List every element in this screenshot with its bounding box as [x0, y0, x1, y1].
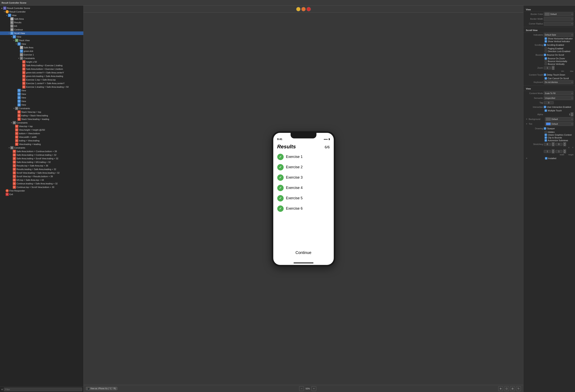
- tree-item-f8[interactable]: ⊡Scroll View.top = Results.bottom + 39: [0, 175, 83, 178]
- stretching-up[interactable]: ▲: [552, 142, 554, 144]
- tree-item-constraints2[interactable]: ▼⊡Constraints: [0, 107, 83, 110]
- zoom-button[interactable]: [301, 7, 306, 11]
- filter-input[interactable]: [4, 388, 82, 391]
- tree-item-view3[interactable]: ▼VView: [0, 42, 83, 46]
- stretching-y-input[interactable]: [555, 143, 562, 146]
- tree-arrow-constraints4[interactable]: ▼: [8, 147, 10, 149]
- tree-item-f9[interactable]: ⊡6/6.top = Safe Area.top + 44: [0, 178, 83, 182]
- tree-item-results[interactable]: LResults: [0, 21, 83, 24]
- multiple-touch-checkbox[interactable]: [545, 109, 547, 112]
- tree-item-f1[interactable]: ⊡Safe Area.bottom = Continue.bottom + 39: [0, 149, 83, 153]
- opaque-checkbox[interactable]: [544, 127, 546, 130]
- zoom-value-input[interactable]: [544, 66, 551, 69]
- keyboard-dropdown[interactable]: Do not dismiss ▾: [544, 80, 574, 84]
- can-cancel-checkbox[interactable]: [545, 77, 547, 79]
- device-selector[interactable]: 📱 View as: iPhone Xs (⌃C ⌃R): [86, 387, 117, 390]
- semantic-dropdown[interactable]: Unspecified ▾: [544, 96, 574, 100]
- tree-item-view6[interactable]: VView: [0, 96, 83, 99]
- tree-arrow-constraints2[interactable]: ▼: [13, 108, 15, 109]
- layout-toggle[interactable]: ⊡: [504, 386, 509, 391]
- hidden-checkbox[interactable]: [545, 131, 547, 133]
- tree-item-e2[interactable]: ⊡View.height = height @250: [0, 128, 83, 132]
- tree-arrow-scene[interactable]: ▶: [1, 7, 3, 9]
- tree-item-c4[interactable]: ⊡green-tick.centerY = Safe Area.centerY: [0, 71, 83, 74]
- tree-item-f7[interactable]: ⊡Scroll View.leading = Safe Area.leading…: [0, 171, 83, 175]
- safe-area-toggle[interactable]: ⊕: [498, 386, 503, 391]
- tree-item-c6[interactable]: ⊡Exercise 1.top = Safe Area.top: [0, 78, 83, 81]
- show-horizontal-indicator-checkbox[interactable]: [545, 37, 547, 40]
- tree-arrow-scroll-view[interactable]: ▼: [8, 32, 10, 34]
- tree-item-e3[interactable]: ⊡bottom = View.bottom: [0, 132, 83, 135]
- scrolling-enabled-checkbox[interactable]: [544, 44, 546, 46]
- tree-item-safe-area[interactable]: SSafe Area: [0, 17, 83, 21]
- bounce-on-zoom-checkbox[interactable]: [545, 57, 547, 60]
- tree-arrow-view3[interactable]: ▼: [15, 43, 18, 45]
- tree-item-f10[interactable]: ⊡Continue.leading = Safe Area.leading + …: [0, 182, 83, 185]
- bounce-on-scroll-checkbox[interactable]: [544, 54, 546, 56]
- tree-arrow-controller[interactable]: ▼: [3, 11, 6, 13]
- stretching-down2[interactable]: ▼: [563, 144, 566, 146]
- tint-plus[interactable]: +: [525, 122, 528, 125]
- indicators-dropdown[interactable]: Default Style ▾: [544, 33, 574, 37]
- close-button[interactable]: [307, 7, 311, 11]
- tree-item-d1[interactable]: ⊡Stack View.top = top: [0, 110, 83, 114]
- installed-checkbox[interactable]: [545, 157, 547, 160]
- tag-input[interactable]: [544, 101, 554, 104]
- stretching-h-input[interactable]: [555, 150, 562, 153]
- tree-item-f4[interactable]: ⊡Safe Area.trailing = 6/6.trailing + 32: [0, 160, 83, 164]
- tree-item-e6[interactable]: ⊡View.leading = leading: [0, 142, 83, 146]
- tree-item-c8[interactable]: ⊡Exercise 1.leading = Safe Area.leading …: [0, 85, 83, 89]
- stretching-down[interactable]: ▼: [552, 144, 554, 146]
- tree-item-controller[interactable]: ▼Result Controller: [0, 10, 83, 14]
- border-width-dropdown[interactable]: ▾: [544, 17, 574, 21]
- stretching-up2[interactable]: ▲: [563, 142, 566, 144]
- tree-item-c3[interactable]: ⊡Safe Area.bottom = Exercise 1.bottom: [0, 67, 83, 71]
- tree-item-f11[interactable]: ⊡Continue.top = Scroll View.bottom + 30: [0, 185, 83, 189]
- paging-enabled-checkbox[interactable]: [545, 47, 547, 50]
- zoom-out-button[interactable]: −: [299, 386, 304, 391]
- tree-item-scroll-view[interactable]: ▼SScroll View: [0, 31, 83, 35]
- tree-arrow-stack-view[interactable]: ▼: [13, 40, 15, 41]
- alpha-down-btn[interactable]: ▼: [571, 114, 574, 116]
- tree-item-e5[interactable]: ⊡trailing = View.trailing: [0, 139, 83, 142]
- tree-item-c1[interactable]: ⊡height ≥ 50: [0, 60, 83, 64]
- tree-item-constraints3[interactable]: ▼⊡Constraints: [0, 121, 83, 124]
- corner-radius-dropdown[interactable]: ▾: [544, 22, 574, 26]
- direction-lock-checkbox[interactable]: [545, 50, 547, 52]
- tree-arrow-constraints3[interactable]: ▼: [10, 122, 13, 124]
- tree-item-first-responder[interactable]: RFirst Responder: [0, 189, 83, 193]
- user-interaction-checkbox[interactable]: [544, 106, 546, 108]
- tree-item-constraints4[interactable]: ▼⊡Constraints: [0, 146, 83, 149]
- zoom-in-button[interactable]: +: [311, 386, 316, 391]
- tree-item-safe-area2[interactable]: SSafe Area: [0, 46, 83, 49]
- stretching-h-down[interactable]: ▼: [563, 151, 566, 153]
- tree-item-stack-view[interactable]: ▼≡Stack View: [0, 39, 83, 42]
- tree-item-constraints1[interactable]: ▼⊡Constraints: [0, 56, 83, 60]
- tree-item-view4[interactable]: VView: [0, 89, 83, 92]
- tree-arrow-constraints1[interactable]: ▼: [18, 57, 20, 59]
- tree-item-view1[interactable]: ▼VView: [0, 14, 83, 17]
- tree-item-f3[interactable]: ⊡Safe Area.trailing = Scroll View.traili…: [0, 157, 83, 160]
- tree-item-6-6[interactable]: L6/6: [0, 24, 83, 28]
- bounce-vertically-checkbox[interactable]: [545, 63, 547, 65]
- tree-item-view8[interactable]: VView: [0, 103, 83, 107]
- tree-item-d2[interactable]: ⊡trailing = Stack View.trailing: [0, 114, 83, 117]
- delay-touch-checkbox[interactable]: [544, 74, 546, 76]
- tree-item-exit[interactable]: EExit: [0, 193, 83, 196]
- tint-dropdown[interactable]: Default ▾: [545, 122, 574, 126]
- tree-item-green-tick[interactable]: Vgreen-tick: [0, 49, 83, 53]
- update-frames[interactable]: ↻: [516, 386, 521, 391]
- constraints-toggle[interactable]: ⊞: [510, 386, 515, 391]
- border-color-dropdown[interactable]: Default ▾: [544, 12, 574, 16]
- tree-item-e4[interactable]: ⊡View.width = width: [0, 135, 83, 139]
- clears-graphics-checkbox[interactable]: [545, 134, 547, 136]
- content-mode-dropdown[interactable]: Scale To Fill ▾: [544, 91, 574, 95]
- tree-item-scene[interactable]: ▶SResult Controller Scene: [0, 6, 83, 10]
- continue-button[interactable]: Continue: [295, 250, 311, 255]
- stretching-w-input[interactable]: [544, 150, 551, 153]
- show-vertical-indicator-checkbox[interactable]: [545, 40, 547, 43]
- tree-item-f5[interactable]: ⊡Results.top = Safe Area.top + 36: [0, 164, 83, 168]
- tree-item-view2[interactable]: ▼VView: [0, 35, 83, 39]
- tree-item-continue[interactable]: BContinue: [0, 28, 83, 31]
- installed-plus[interactable]: +: [525, 157, 528, 160]
